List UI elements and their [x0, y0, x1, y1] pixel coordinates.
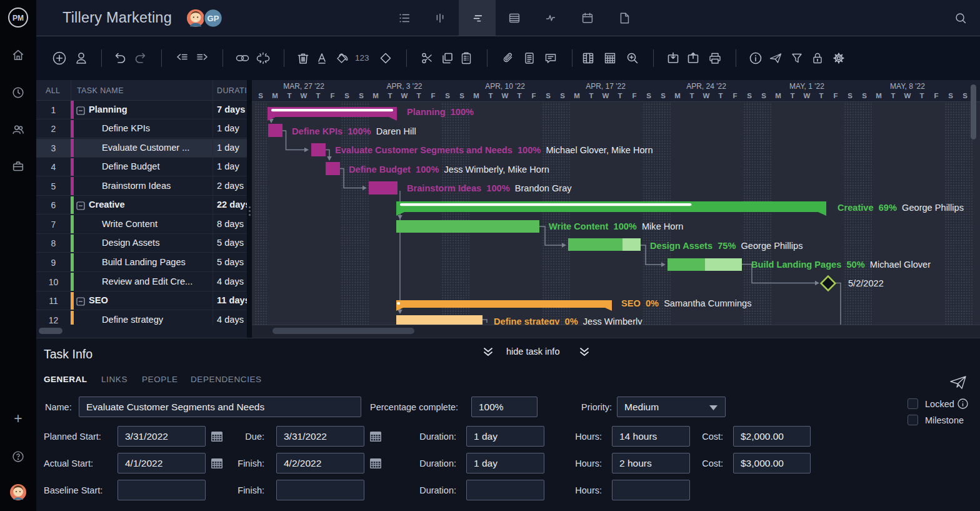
svg-text:GP: GP	[208, 14, 219, 23]
svg-text:PM: PM	[12, 14, 24, 23]
